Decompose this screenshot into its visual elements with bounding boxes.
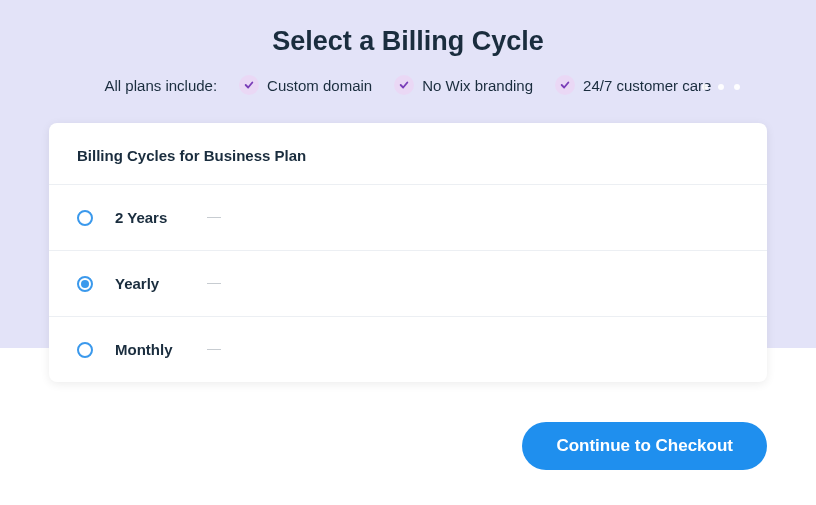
- cycle-label: Yearly: [115, 275, 195, 292]
- include-item-no-branding: No Wix branding: [394, 75, 533, 95]
- plan-includes-row: All plans include: Custom domain No Wix …: [0, 75, 816, 95]
- cycle-option-yearly[interactable]: Yearly: [49, 251, 767, 317]
- include-label: 24/7 customer care: [583, 77, 711, 94]
- check-icon: [394, 75, 414, 95]
- radio-icon: [77, 210, 93, 226]
- check-icon: [239, 75, 259, 95]
- page-title: Select a Billing Cycle: [0, 0, 816, 57]
- continue-to-checkout-button[interactable]: Continue to Checkout: [522, 422, 767, 470]
- decoration-dots: [702, 84, 740, 90]
- include-label: No Wix branding: [422, 77, 533, 94]
- footer: Continue to Checkout: [49, 422, 767, 470]
- cycle-label: Monthly: [115, 341, 195, 358]
- check-icon: [555, 75, 575, 95]
- cycle-label: 2 Years: [115, 209, 195, 226]
- billing-cycles-card: Billing Cycles for Business Plan 2 Years…: [49, 123, 767, 382]
- radio-icon: [77, 342, 93, 358]
- dash-icon: [207, 349, 221, 350]
- radio-icon: [77, 276, 93, 292]
- include-label: Custom domain: [267, 77, 372, 94]
- dash-icon: [207, 283, 221, 284]
- card-header: Billing Cycles for Business Plan: [49, 123, 767, 185]
- cycle-option-monthly[interactable]: Monthly: [49, 317, 767, 382]
- includes-label: All plans include:: [105, 77, 218, 94]
- dash-icon: [207, 217, 221, 218]
- include-item-customer-care: 24/7 customer care: [555, 75, 711, 95]
- cycle-option-2-years[interactable]: 2 Years: [49, 185, 767, 251]
- include-item-custom-domain: Custom domain: [239, 75, 372, 95]
